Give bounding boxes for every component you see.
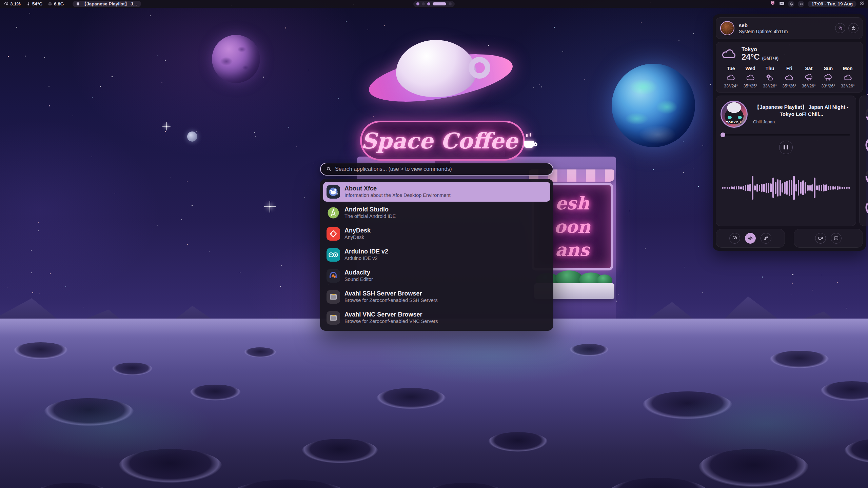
- forecast-temps: 33°/26°: [821, 84, 835, 88]
- power-profile-pill: [716, 229, 785, 248]
- memory-indicator: 6.8G: [48, 1, 64, 6]
- video-camera-icon: [818, 236, 823, 241]
- rain-icon: [804, 74, 813, 81]
- cloud-icon: [843, 74, 852, 81]
- search-input[interactable]: [335, 166, 547, 172]
- audacity-icon: [327, 269, 340, 283]
- forecast-day-label: Sat: [805, 66, 813, 71]
- app-description: Browse for Zeroconf-enabled SSH Servers: [344, 298, 438, 303]
- track-subtitle: Chill Japan.: [752, 119, 851, 124]
- workspace-dot[interactable]: [427, 2, 430, 5]
- app-description: Browse for Zeroconf-enabled VNC Servers: [344, 319, 438, 324]
- weather-timezone: (GMT+9): [762, 56, 778, 61]
- cpu-usage-indicator: 3.1%: [4, 1, 21, 6]
- app-result-row[interactable]: Avahi VNC Server Browser Browse for Zero…: [323, 308, 550, 328]
- tray-app-icon[interactable]: [770, 1, 776, 7]
- performance-profile-button[interactable]: [729, 233, 740, 244]
- workspace-dot[interactable]: [422, 2, 425, 5]
- xfce-icon: [327, 185, 340, 199]
- app-name: Android Studio: [344, 206, 396, 213]
- workspace-indicator: [413, 1, 455, 7]
- moon-ground: [0, 319, 868, 488]
- forecast-temps: 33°/26°: [763, 84, 777, 88]
- screenshot-button[interactable]: [831, 233, 842, 244]
- workspace-dot[interactable]: [433, 2, 446, 5]
- power-button[interactable]: [848, 23, 859, 33]
- small-moon: [187, 131, 197, 142]
- suncloud-icon: [765, 74, 774, 81]
- forecast-day: Mon 33°/26°: [838, 66, 857, 88]
- gauge-value: 3.1%: [865, 105, 868, 124]
- screen-record-button[interactable]: [815, 233, 826, 244]
- avahi-icon: [327, 290, 340, 304]
- app-result-row[interactable]: Android Studio The official Android IDE: [323, 203, 550, 223]
- app-description: Sound Editor: [344, 277, 373, 282]
- temperature-value: 54°C: [32, 1, 42, 6]
- launcher-search-bar[interactable]: [320, 163, 553, 176]
- forecast-day-label: Sun: [824, 66, 833, 71]
- gauge-value: 54°C: [865, 136, 868, 155]
- progress-thumb[interactable]: [721, 133, 725, 137]
- cloud-icon: [785, 74, 794, 81]
- powersave-profile-button[interactable]: [761, 233, 771, 244]
- overview-button[interactable]: [860, 1, 865, 7]
- power-icon: [851, 26, 856, 31]
- weather-card: Tokyo 24°C (GMT+9) Tue 33°/24° Wed 35: [716, 42, 863, 93]
- wallpaper-tray-icon[interactable]: [779, 1, 785, 7]
- forecast-temps: 33°/26°: [841, 84, 855, 88]
- app-result-row[interactable]: Avahi SSH Server Browser Browse for Zero…: [323, 287, 550, 307]
- gauge-value: 14%: [865, 167, 868, 186]
- app-name: AnyDesk: [344, 227, 371, 234]
- rain-icon: [824, 74, 833, 81]
- settings-button[interactable]: [835, 23, 845, 33]
- app-launcher: About Xfce Information about the Xfce De…: [320, 163, 553, 331]
- weather-city: Tokyo: [742, 46, 778, 53]
- workspace-dot[interactable]: [416, 2, 419, 5]
- speedometer-icon: [732, 236, 737, 241]
- android-icon: [327, 206, 340, 220]
- window-text-line: ans: [555, 239, 590, 260]
- forecast-day: Thu 33°/26°: [760, 66, 780, 88]
- balanced-profile-button[interactable]: [745, 233, 756, 244]
- volume-button[interactable]: [798, 1, 804, 7]
- app-description: AnyDesk: [344, 235, 371, 240]
- thermometer-icon: [26, 2, 31, 6]
- app-name: Arduino IDE v2: [344, 248, 388, 255]
- album-art-text: TOKYO L: [722, 121, 747, 124]
- app-name: Avahi VNC Server Browser: [344, 311, 438, 318]
- waveform: [721, 154, 851, 222]
- temperature-indicator: 54°C: [26, 1, 42, 6]
- app-result-row[interactable]: AnyDesk AnyDesk: [323, 224, 550, 244]
- media-player-pill[interactable]: 【Japanese Playlist】 J...: [73, 1, 141, 7]
- forecast-day: Tue 33°/24°: [721, 66, 741, 88]
- forecast-temps: 35°/25°: [743, 84, 757, 88]
- system-gauge: 54°C: [865, 136, 868, 155]
- track-title: 【Japanese Playlist】 Japan All Night - To…: [752, 104, 851, 118]
- cloud-icon: [746, 74, 755, 81]
- app-result-row[interactable]: About Xfce Information about the Xfce De…: [323, 182, 550, 202]
- forecast-day-label: Thu: [766, 66, 774, 71]
- cloud-icon: [726, 74, 735, 81]
- system-gauges: 3.1% 54°C 14% 24%: [859, 96, 868, 226]
- forecast-temps: 33°/24°: [724, 84, 738, 88]
- top-panel: 3.1% 54°C 6.8G 【Japanese Playlist】 J...: [0, 0, 868, 8]
- neon-sign: Space Coffee: [360, 121, 525, 161]
- search-icon: [326, 166, 332, 172]
- app-description: The official Android IDE: [344, 214, 396, 219]
- app-result-row[interactable]: Audacity Sound Editor: [323, 266, 550, 286]
- play-pause-button[interactable]: [779, 141, 793, 154]
- speedometer-icon: [4, 2, 8, 6]
- app-result-row[interactable]: Arduino IDE v2 Arduino IDE v2: [323, 245, 550, 265]
- earth: [612, 64, 695, 147]
- forecast-day: Sat 36°/26°: [799, 66, 818, 88]
- track-progress-bar[interactable]: [721, 133, 851, 137]
- system-uptime: System Uptime: 4h11m: [739, 29, 788, 34]
- user-name: seb: [739, 22, 788, 28]
- app-description: Information about the Xfce Desktop Envir…: [344, 193, 451, 198]
- notifications-button[interactable]: [788, 1, 794, 7]
- clock[interactable]: 17:09 - Tue, 19 Aug: [808, 1, 856, 7]
- clock-text: 17:09 - Tue, 19 Aug: [811, 1, 853, 6]
- system-gauge: 3.1%: [865, 105, 868, 124]
- workspace-dot[interactable]: [449, 2, 452, 5]
- forecast-day-label: Wed: [745, 66, 755, 71]
